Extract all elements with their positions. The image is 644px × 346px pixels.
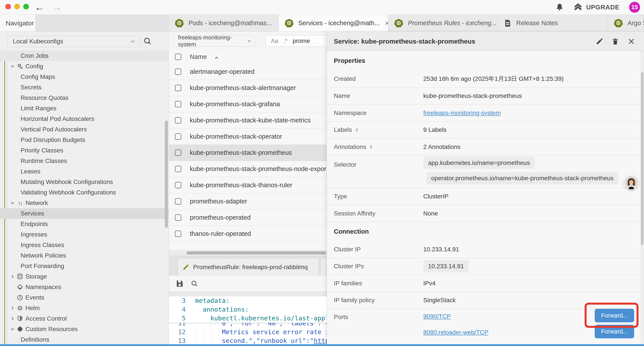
delete-trash-icon[interactable]: [612, 38, 619, 45]
row-checkbox[interactable]: [175, 182, 181, 188]
row-checkbox[interactable]: [175, 133, 181, 140]
sidebar-item-config-maps[interactable]: Config Maps: [0, 72, 168, 82]
navigator-panel-tab[interactable]: Navigator: [0, 15, 36, 31]
edit-pencil-icon[interactable]: [596, 38, 603, 45]
regex-toggle[interactable]: .*: [284, 38, 287, 44]
table-row-prometheus-adapter[interactable]: prometheus-adapter: [169, 193, 326, 210]
select-all-checkbox[interactable]: [175, 54, 181, 60]
close-window-button[interactable]: [5, 4, 11, 9]
chevron-right-icon[interactable]: [10, 305, 15, 311]
chevron-right-icon[interactable]: [10, 316, 15, 322]
sidebar-item-priority-classes[interactable]: Priority Classes: [0, 145, 168, 156]
maximize-window-button[interactable]: [23, 4, 29, 9]
sidebar-item-config[interactable]: Config: [0, 61, 168, 72]
tab-argo-se[interactable]: Argo Se: [608, 15, 644, 31]
close-icon[interactable]: [627, 37, 635, 45]
sidebar-item-validating-webhook-configurations[interactable]: Validating Webhook Configurations: [0, 187, 168, 198]
table-row-kube-prometheus-stack-alertmanager[interactable]: kube-prometheus-stack-alertmanager: [169, 80, 326, 96]
sidebar-item-namespaces[interactable]: Namespaces: [0, 282, 168, 292]
upgrade-button[interactable]: UPGRADE: [574, 3, 620, 12]
namespace-link[interactable]: freeleaps-monitoring-system: [423, 109, 501, 116]
sidebar-item-port-forwarding[interactable]: Port Forwarding: [0, 261, 168, 271]
table-row-kube-prometheus-stack-prometheus-node-expor[interactable]: kube-prometheus-stack-prometheus-node-ex…: [169, 161, 326, 177]
sidebar-scrollbar[interactable]: [165, 121, 168, 228]
row-checkbox[interactable]: [175, 85, 181, 91]
forward-arrow-icon[interactable]: →: [52, 2, 62, 13]
tab-services-icecheng-math[interactable]: Services - icecheng@math...: [278, 15, 388, 31]
kubeconfig-selector[interactable]: Local Kubeconfigs: [8, 36, 140, 47]
editor-tab-partial[interactable]: [320, 258, 326, 276]
sidebar-item-pod-disruption-budgets[interactable]: Pod Disruption Budgets: [0, 135, 168, 145]
column-separator: [187, 52, 187, 62]
chevron-right-icon[interactable]: [10, 274, 15, 280]
name-column-header[interactable]: Name: [190, 53, 207, 60]
row-checkbox[interactable]: [175, 117, 181, 123]
table-row-kube-prometheus-stack-operator[interactable]: kube-prometheus-stack-operator: [169, 129, 326, 145]
avatar[interactable]: [624, 175, 639, 190]
sidebar-item-helm[interactable]: Helm: [0, 303, 168, 313]
sidebar-item-vertical-pod-autoscalers[interactable]: Vertical Pod Autoscalers: [0, 124, 168, 135]
runbook-url-link[interactable]: https://net: [314, 337, 326, 344]
table-row-prometheus-operated[interactable]: prometheus-operated: [169, 210, 326, 226]
table-row-kube-prometheus-stack-grafana[interactable]: kube-prometheus-stack-grafana: [169, 96, 326, 112]
sidebar-item-access-control[interactable]: Access Control: [0, 313, 168, 324]
sidebar-item-resource-quotas[interactable]: Resource Quotas: [0, 93, 168, 103]
sidebar-item-limit-ranges[interactable]: Limit Ranges: [0, 103, 168, 114]
table-row-kube-prometheus-stack-kube-state-metrics[interactable]: kube-prometheus-stack-kube-state-metrics: [169, 112, 326, 129]
sidebar-search-icon[interactable]: [143, 36, 152, 46]
yaml-editor[interactable]: 3metadata:4 annotations:5 kubectl.kubern…: [169, 296, 326, 344]
save-icon[interactable]: [175, 280, 184, 288]
close-tab-icon[interactable]: [384, 20, 388, 26]
minimize-window-button[interactable]: [14, 4, 20, 9]
sidebar-item-ingress-classes[interactable]: Ingress Classes: [0, 240, 168, 250]
namespace-selector[interactable]: freeleaps-monitoring-system: [173, 35, 256, 47]
sidebar-item-cron-jobs[interactable]: Cron Jobs: [0, 50, 168, 61]
port-link-8080-reloader-web-TCP[interactable]: 8080:reloader-web/TCP: [423, 329, 488, 336]
filter-input[interactable]: Aa .* prome: [266, 35, 326, 47]
sidebar-item-events[interactable]: Events: [0, 292, 168, 303]
horizontal-scrollbar[interactable]: [186, 251, 326, 255]
row-checkbox[interactable]: [175, 198, 181, 205]
detail-row-selector: Selectorapp.kubernetes.io/name=prometheu…: [327, 155, 640, 188]
tab-release-notes[interactable]: Release Notes: [498, 15, 608, 31]
tab-prometheus-rules-icecheng[interactable]: Prometheus Rules - icecheng...: [388, 15, 498, 31]
row-checkbox[interactable]: [175, 68, 181, 75]
sort-ascending-icon[interactable]: [214, 55, 220, 61]
bell-icon[interactable]: [556, 3, 564, 11]
sidebar-item-definitions[interactable]: Definitions: [0, 335, 168, 344]
port-link-9090-TCP[interactable]: 9090/TCP: [423, 313, 451, 320]
table-row-thanos-ruler-operated[interactable]: thanos-ruler-operated: [169, 226, 326, 242]
sidebar-item-custom-resources[interactable]: Custom Resources: [0, 324, 168, 335]
sidebar-item-network[interactable]: ↑↓Network: [0, 198, 168, 208]
notification-badge[interactable]: 15: [629, 2, 640, 13]
match-case-toggle[interactable]: Aa: [271, 38, 278, 44]
sidebar-item-horizontal-pod-autoscalers[interactable]: Horizontal Pod Autoscalers: [0, 114, 168, 124]
table-row-alertmanager-operated[interactable]: alertmanager-operated: [169, 64, 326, 80]
sidebar-item-runtime-classes[interactable]: Runtime Classes: [0, 156, 168, 166]
row-checkbox[interactable]: [175, 150, 181, 156]
row-checkbox[interactable]: [175, 231, 181, 237]
sidebar-item-secrets[interactable]: Secrets: [0, 82, 168, 93]
sort-updown-icon[interactable]: [369, 145, 373, 149]
chevron-down-icon[interactable]: [10, 63, 15, 69]
sidebar-item-mutating-webhook-configurations[interactable]: Mutating Webhook Configurations: [0, 177, 168, 187]
editor-tab[interactable]: PrometheusRule: freeleaps-prod-rabbitmq: [178, 258, 319, 276]
table-row-kube-prometheus-stack-thanos-ruler[interactable]: kube-prometheus-stack-thanos-ruler: [169, 177, 326, 193]
table-row-kube-prometheus-stack-prometheus[interactable]: kube-prometheus-stack-prometheus: [169, 145, 326, 161]
back-arrow-icon[interactable]: ←: [35, 2, 44, 13]
sidebar-item-network-policies[interactable]: Network Policies: [0, 250, 168, 261]
drawer-scrollbar[interactable]: [641, 72, 644, 245]
editor-search-icon[interactable]: [190, 280, 198, 288]
chevron-down-icon[interactable]: [10, 200, 15, 206]
chevron-down-icon[interactable]: [10, 326, 15, 332]
sidebar-item-services[interactable]: Services: [0, 208, 168, 219]
sidebar-item-ingresses[interactable]: Ingresses: [0, 229, 168, 240]
sidebar-item-leases[interactable]: Leases: [0, 166, 168, 177]
sidebar-item-storage[interactable]: Storage: [0, 271, 168, 282]
row-checkbox[interactable]: [175, 166, 181, 172]
row-checkbox[interactable]: [175, 214, 181, 221]
sort-updown-icon[interactable]: [355, 128, 359, 132]
row-checkbox[interactable]: [175, 101, 181, 107]
tab-pods-icecheng-mathmas[interactable]: Pods - icecheng@mathmas...: [169, 15, 278, 31]
sidebar-item-endpoints[interactable]: Endpoints: [0, 219, 168, 229]
